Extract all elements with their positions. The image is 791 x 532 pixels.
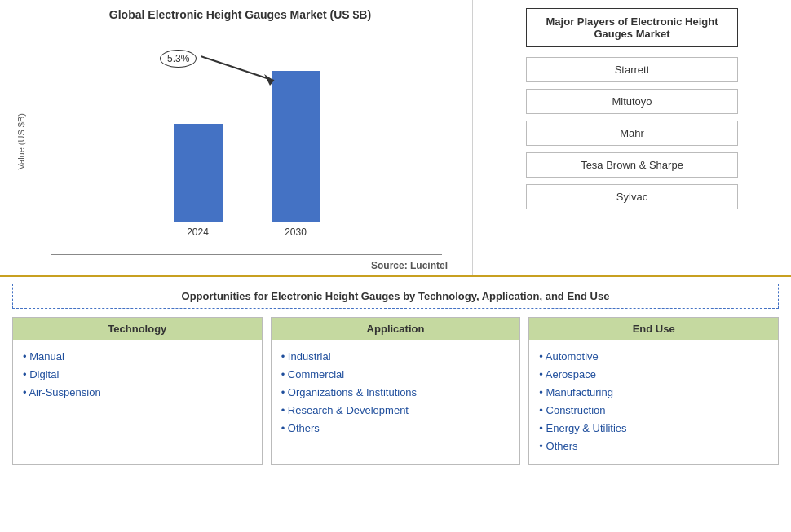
bottom-section: Opportunities for Electronic Height Gaug…: [0, 277, 791, 532]
player-item-5: Sylvac: [526, 184, 738, 209]
opportunities-grid: Technology Manual Digital Air-Suspension…: [12, 317, 779, 465]
svg-marker-1: [264, 74, 274, 86]
opp-header-technology: Technology: [13, 318, 262, 340]
opp-item-others-app: Others: [281, 420, 510, 437]
bar-label-2030: 2030: [285, 226, 307, 238]
opp-item-research: Research & Development: [281, 402, 510, 420]
opp-column-technology: Technology Manual Digital Air-Suspension: [12, 317, 263, 465]
opp-body-application: Industrial Commercial Organizations & In…: [272, 340, 520, 464]
opp-body-enduse: Automotive Aerospace Manufacturing Const…: [529, 340, 778, 464]
bar-group-2030: 2030: [272, 71, 320, 238]
player-item-4: Tesa Brown & Sharpe: [526, 152, 738, 178]
bar-label-2024: 2024: [187, 226, 209, 238]
source-text: Source: Lucintel: [371, 260, 464, 271]
opp-item-aerospace: Aerospace: [539, 366, 768, 384]
chart-section: Global Electronic Height Gauges Market (…: [0, 0, 473, 275]
bar-2024: [174, 124, 223, 222]
opp-item-manufacturing: Manufacturing: [539, 384, 768, 402]
bars-container: 2024 5.3%: [29, 28, 464, 254]
players-section: Major Players of Electronic Height Gauge…: [473, 0, 791, 275]
annotation-bubble: 5.3%: [160, 50, 197, 68]
y-axis-label: Value (US $B): [16, 113, 26, 170]
opp-item-manual: Manual: [23, 348, 252, 366]
opp-item-organizations: Organizations & Institutions: [281, 384, 510, 402]
player-item-2: Mitutoyo: [526, 89, 738, 114]
bar-2030: [272, 71, 320, 222]
player-item-3: Mahr: [526, 121, 738, 146]
opp-item-commercial: Commercial: [281, 366, 510, 384]
chart-inner: 2024 5.3%: [29, 28, 464, 255]
main-container: Global Electronic Height Gauges Market (…: [0, 0, 791, 532]
annotation-area: 5.3%: [160, 52, 197, 64]
opp-item-automotive: Automotive: [539, 348, 768, 366]
arrow-svg: [201, 48, 290, 89]
opp-item-construction: Construction: [539, 402, 768, 420]
chart-area: Value (US $B) 2024 5.3%: [16, 28, 464, 255]
x-axis-line: [51, 254, 443, 255]
opp-item-energy: Energy & Utilities: [539, 420, 768, 437]
chart-title: Global Electronic Height Gauges Market (…: [109, 8, 371, 21]
svg-line-0: [201, 56, 274, 81]
opp-item-air-suspension: Air-Suspension: [23, 384, 252, 402]
opp-item-industrial: Industrial: [281, 348, 510, 366]
opp-column-application: Application Industrial Commercial Organi…: [271, 317, 521, 465]
players-title: Major Players of Electronic Height Gauge…: [526, 8, 738, 47]
top-section: Global Electronic Height Gauges Market (…: [0, 0, 791, 277]
opp-header-application: Application: [272, 318, 520, 340]
opp-item-others-end: Others: [539, 437, 768, 455]
bar-group-2024: 2024: [174, 124, 223, 238]
opp-header-enduse: End Use: [529, 318, 778, 340]
opp-body-technology: Manual Digital Air-Suspension: [13, 340, 262, 464]
opp-item-digital: Digital: [23, 366, 252, 384]
opportunities-title: Opportunities for Electronic Height Gaug…: [12, 284, 779, 309]
opp-column-enduse: End Use Automotive Aerospace Manufacturi…: [528, 317, 779, 465]
player-item-1: Starrett: [526, 57, 738, 82]
